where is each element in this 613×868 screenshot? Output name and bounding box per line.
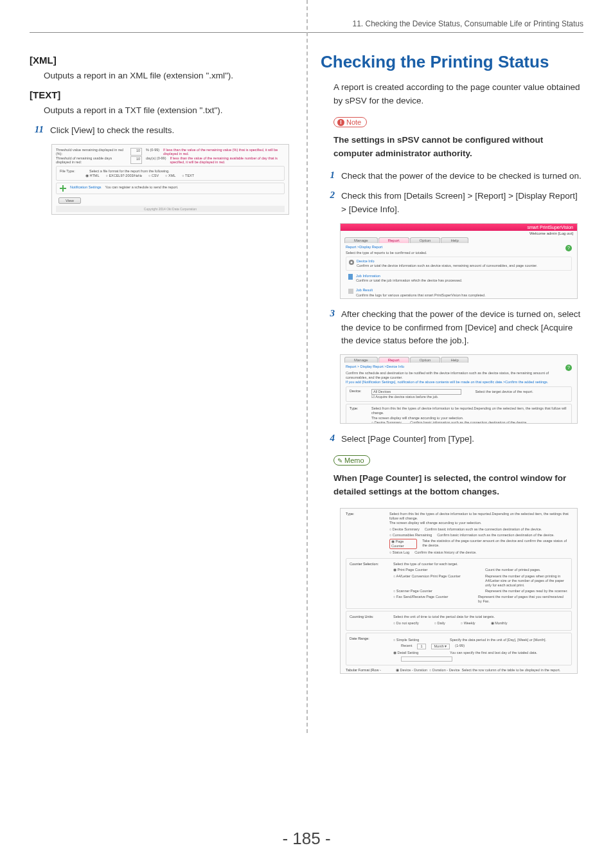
- intro-text-2: If you add [Notification Settings], noti…: [346, 380, 572, 384]
- note-body: The settings in sPSV cannot be configure…: [333, 134, 583, 161]
- type-intro: Select from this list the types of devic…: [389, 512, 572, 521]
- breadcrumb: Report > Display Report >Device Info: [346, 365, 572, 369]
- radio-html[interactable]: ◉ HTML: [85, 174, 100, 177]
- xml-body: Outputs a report in an XML file (extensi…: [44, 69, 299, 83]
- view-button[interactable]: View: [58, 197, 81, 204]
- notification-settings-link[interactable]: Notification Settings: [70, 185, 102, 192]
- plus-icon: [60, 185, 66, 192]
- radio-consumables[interactable]: ○ Consumables Remaining: [389, 533, 432, 538]
- radio-device-duration[interactable]: ◉ Device - Duration: [396, 668, 427, 672]
- radio-device-summary[interactable]: ○ Device Summary: [389, 527, 420, 532]
- type-label: Type:: [350, 406, 366, 424]
- threshold2-label: Threshold of remaining usable days displ…: [56, 156, 127, 164]
- radio-xml[interactable]: ○ XML: [165, 174, 175, 177]
- radio-do-not-specify[interactable]: ○ Do not specify: [393, 621, 419, 626]
- recent-label: Recent: [401, 644, 412, 649]
- threshold1-help: If less than the value of the remaining …: [163, 148, 285, 156]
- tab-help[interactable]: Help: [441, 237, 468, 243]
- tab-report[interactable]: Report: [378, 357, 409, 363]
- tabular-format-desc: Select the row column of the table to be…: [462, 668, 561, 672]
- type-intro: Select from this list the types of devic…: [371, 406, 568, 415]
- link-job-info[interactable]: Job Information: [356, 274, 380, 278]
- job-info-desc: Confirm or total the job information whi…: [356, 278, 462, 282]
- radio-print-counter[interactable]: ◉ Print Page Counter: [393, 568, 480, 572]
- counting-units-sub: Select the unit of time to total the per…: [393, 615, 568, 619]
- radio-a4-counter[interactable]: ○ A4/Letter Conversion Print Page Counte…: [393, 574, 480, 588]
- document-icon: [348, 274, 354, 280]
- radio-detail-setting[interactable]: ◉ Detail Setting: [393, 651, 445, 655]
- type-sub: The screen display will change according…: [389, 521, 572, 525]
- threshold1-input[interactable]: 10: [130, 148, 142, 156]
- radio-device-summary[interactable]: ○ Device Summary: [371, 420, 402, 424]
- device-label: Device:: [350, 389, 366, 399]
- text-heading: [TEXT]: [30, 89, 299, 100]
- device-info-desc: Confirm or total the device information …: [357, 264, 537, 267]
- tab-option[interactable]: Option: [410, 237, 441, 243]
- memo-body: When [Page Counter] is selected, the con…: [333, 472, 583, 499]
- svg-point-1: [351, 261, 353, 263]
- detail-date-input[interactable]: [401, 656, 452, 662]
- step-number: 3: [321, 308, 335, 319]
- notification-help: You can register a schedule to send the …: [105, 185, 179, 192]
- fax-counter-desc: Represent the number of pages that you s…: [478, 595, 568, 604]
- threshold1-range: % (0-99): [146, 148, 159, 156]
- threshold2-help: If less than the value of the remaining …: [170, 156, 285, 164]
- page-number: - 185 -: [0, 829, 613, 849]
- note-label: Note: [346, 118, 361, 126]
- radio-daily[interactable]: ○ Daily: [434, 621, 445, 626]
- device-summary-desc: Confirm basic information such as the co…: [425, 527, 542, 532]
- radio-duration-device[interactable]: ○ Duration - Device: [429, 668, 459, 672]
- recent-unit-select[interactable]: Month ▾: [431, 644, 450, 649]
- radio-text[interactable]: ○ TEXT: [182, 174, 194, 177]
- radio-excel[interactable]: ○ EXCEL97-2003/№№: [106, 174, 142, 177]
- memo-badge: ✎ Memo: [333, 455, 370, 466]
- radio-weekly[interactable]: ○ Weekly: [461, 621, 475, 626]
- step-number: 1: [321, 170, 335, 181]
- radio-csv[interactable]: ○ CSV: [148, 174, 159, 177]
- checkbox-acquire[interactable]: ☑ Acquire the device status before the j…: [371, 395, 438, 399]
- radio-monthly[interactable]: ◉ Monthly: [491, 621, 508, 626]
- recent-value-input[interactable]: 1: [417, 644, 425, 649]
- step-text: Check that the power of the device to be…: [341, 170, 582, 183]
- simple-setting-desc: Specify the data period in the unit of […: [450, 638, 546, 642]
- consumables-desc: Confirm basic information such as the co…: [437, 533, 555, 538]
- a4-counter-desc: Represent the number of pages when print…: [485, 574, 568, 588]
- app-brand: smart PrintSuperVision: [341, 224, 577, 231]
- tab-option[interactable]: Option: [410, 357, 441, 363]
- radio-status-log[interactable]: ○ Status Log: [389, 550, 409, 555]
- radio-simple-setting[interactable]: ○ Simple Setting: [393, 638, 445, 642]
- tab-manage[interactable]: Manage: [344, 237, 378, 243]
- step-number: 2: [321, 190, 335, 201]
- gear-icon: [348, 259, 355, 266]
- type-sub: The screen display will change according…: [371, 416, 568, 420]
- text-body: Outputs a report in a TXT file (extensio…: [44, 104, 299, 118]
- radio-page-counter[interactable]: ◉ Page Counter: [389, 539, 417, 549]
- status-log-desc: Confirm the status history of the device…: [414, 550, 477, 555]
- help-icon[interactable]: ?: [565, 245, 572, 251]
- filetype-help: Select a file format for the report from…: [89, 169, 170, 173]
- link-device-info[interactable]: Device Info: [357, 259, 375, 263]
- step-text: Click [View] to check the results.: [50, 124, 174, 138]
- counting-units-label: Counting Units:: [350, 615, 388, 626]
- tab-manage[interactable]: Manage: [344, 357, 378, 363]
- threshold2-input[interactable]: 10: [130, 156, 142, 164]
- radio-fax-counter[interactable]: ○ Fax Send/Receive Page Counter: [393, 595, 473, 604]
- print-counter-desc: Count the number of printed pages.: [485, 568, 541, 572]
- breadcrumb: Report >Display Report: [346, 245, 572, 249]
- link-job-result[interactable]: Job Result: [356, 288, 373, 292]
- step-text: Check this from [Details Screen] > [Repo…: [341, 190, 583, 217]
- intro-text: A report is created according to the pag…: [333, 81, 583, 108]
- copyright-text: Copyright 2014 Oki Data Corporation: [56, 206, 285, 212]
- intro-text-1: Confirm the schedule and destination to …: [346, 371, 572, 380]
- welcome-text: Welcome admin [Log out]: [529, 231, 573, 235]
- date-range-label: Date Range:: [350, 637, 388, 662]
- device-select[interactable]: All Devices: [371, 389, 461, 395]
- screenshot-page-counter: Type: Select from this list the types of…: [340, 508, 578, 674]
- note-badge: ! Note: [333, 117, 367, 127]
- step-number: 4: [321, 433, 335, 444]
- pencil-icon: ✎: [337, 457, 342, 464]
- detail-setting-desc: You can specify the first and last day o…: [450, 651, 537, 655]
- radio-scanner-counter[interactable]: ○ Scanner Page Counter: [393, 589, 480, 593]
- tab-help[interactable]: Help: [441, 357, 468, 363]
- tab-report[interactable]: Report: [378, 237, 409, 243]
